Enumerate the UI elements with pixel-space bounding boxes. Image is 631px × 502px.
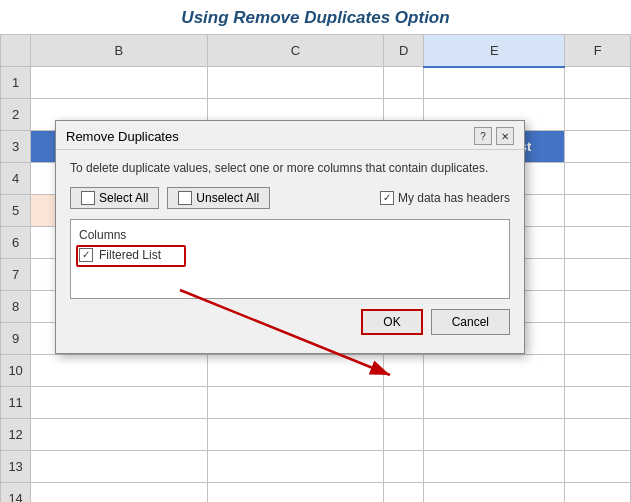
cancel-button[interactable]: Cancel [431,309,510,335]
cell-f1 [565,67,631,99]
cell-e1 [424,67,565,99]
table-row: 10 [1,355,631,387]
table-row: 1 [1,67,631,99]
table-row: 14 [1,483,631,503]
table-row: 13 [1,451,631,483]
row-num-12: 12 [1,419,31,451]
row-num-10: 10 [1,355,31,387]
col-header-d: D [384,35,424,67]
filtered-list-checkbox[interactable]: ✓ [79,248,93,262]
table-row: 11 [1,387,631,419]
row-num-1: 1 [1,67,31,99]
row-num-5: 5 [1,195,31,227]
row-num-7: 7 [1,259,31,291]
col-header-f: F [565,35,631,67]
col-header-c: C [207,35,383,67]
dialog-controls: ? ✕ [474,127,514,145]
spreadsheet: Using Remove Duplicates Option B C D E F [0,0,631,502]
dialog-title: Remove Duplicates [66,129,179,144]
row-num-8: 8 [1,291,31,323]
dialog-footer: OK Cancel [70,309,510,343]
unselect-all-checkbox-icon [178,191,192,205]
filtered-list-column-label: Filtered List [99,248,161,262]
table-row: 12 [1,419,631,451]
corner-cell [1,35,31,67]
cell-f3 [565,131,631,163]
cell-f2 [565,99,631,131]
ok-button[interactable]: OK [361,309,422,335]
row-num-14: 14 [1,483,31,503]
dialog-body: To delete duplicate values, select one o… [56,150,524,353]
row-num-3: 3 [1,131,31,163]
my-data-headers-checkbox[interactable]: ✓ [380,191,394,205]
col-header-b: B [31,35,207,67]
row-num-2: 2 [1,99,31,131]
columns-section-label: Columns [79,228,501,242]
column-headers-row: B C D E F [1,35,631,67]
my-data-headers-option: ✓ My data has headers [380,191,510,205]
remove-duplicates-dialog: Remove Duplicates ? ✕ To delete duplicat… [55,120,525,354]
cell-c1 [207,67,383,99]
my-data-headers-label: My data has headers [398,191,510,205]
row-num-6: 6 [1,227,31,259]
dialog-titlebar: Remove Duplicates ? ✕ [56,121,524,150]
unselect-all-button[interactable]: Unselect All [167,187,270,209]
col-header-e[interactable]: E [424,35,565,67]
dialog-close-button[interactable]: ✕ [496,127,514,145]
dialog-question-button[interactable]: ? [474,127,492,145]
unselect-all-label: Unselect All [196,191,259,205]
select-all-checkbox-icon [81,191,95,205]
page-title: Using Remove Duplicates Option [0,0,631,32]
filtered-list-column-item: ✓ Filtered List [79,248,501,262]
select-all-label: Select All [99,191,148,205]
cell-f5 [565,195,631,227]
row-num-13: 13 [1,451,31,483]
columns-section: Columns ✓ Filtered List [70,219,510,299]
dialog-action-buttons-row: Select All Unselect All ✓ My data has he… [70,187,510,209]
cell-d1 [384,67,424,99]
row-num-11: 11 [1,387,31,419]
dialog-description: To delete duplicate values, select one o… [70,160,510,177]
cell-f4 [565,163,631,195]
cell-b1 [31,67,207,99]
row-num-9: 9 [1,323,31,355]
select-all-button[interactable]: Select All [70,187,159,209]
row-num-4: 4 [1,163,31,195]
